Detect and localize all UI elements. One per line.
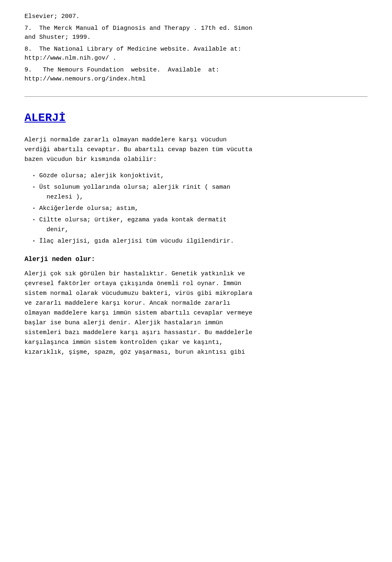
section-heading-cause: Alerji neden olur: <box>24 254 368 265</box>
symptom-item: Gözde olursa; alerjik konjoktivit, <box>33 171 368 181</box>
ref-elsevier: Elsevier; 2007. <box>24 12 368 22</box>
symptom-item: Üst solunum yollarında olursa; alerjik r… <box>33 183 368 202</box>
article-title: ALERJİ <box>24 112 66 124</box>
ref-national-library: 8. The National Library of Medicine webs… <box>24 45 368 63</box>
symptom-item: İlaç alerjisi, gıda alerjisi tüm vücudu … <box>33 236 368 246</box>
section-divider <box>24 96 368 97</box>
article-intro: Alerji normalde zararlı olmayan maddeler… <box>24 135 368 165</box>
ref-merck: 7. The Merck Manual of Diagnosis and The… <box>24 24 368 42</box>
symptoms-list: Gözde olursa; alerjik konjoktivit, Üst s… <box>33 171 368 246</box>
article-section: ALERJİ Alerji normalde zararlı olmayan m… <box>24 109 368 357</box>
ref-nemours: 9. The Nemours Foundation website. Avail… <box>24 66 368 84</box>
symptom-item: Akciğerlerde olursa; astım, <box>33 204 368 214</box>
symptom-item: Ciltte olursa; ürtiker, egzama yada kont… <box>33 215 368 235</box>
article-title-link[interactable]: ALERJİ <box>24 109 66 127</box>
references-section: Elsevier; 2007. 7. The Merck Manual of D… <box>24 12 368 84</box>
section-cause-paragraph: Alerji çok sık görülen bir hastalıktır. … <box>24 269 368 357</box>
